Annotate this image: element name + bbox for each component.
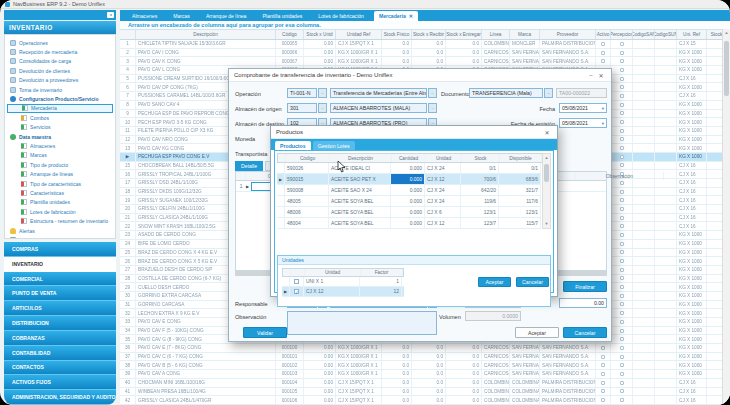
percepcion-checkbox[interactable] [620,311,624,315]
sidebar-item[interactable]: Arranque de líneas [7,169,113,178]
table-row[interactable]: 40CHOCMAN MINI 16BL/100/16G0001040.00CJ … [120,379,722,388]
cantidad-cell[interactable]: 0.000 [391,207,425,217]
percepcion-checkbox[interactable] [620,163,624,167]
percepcion-checkbox[interactable] [620,207,624,211]
percepcion-checkbox[interactable] [620,294,624,298]
unidad-row[interactable]: UNI X 11 [282,277,404,287]
activo-checkbox[interactable] [601,59,605,63]
detail-column-header[interactable]: Observación [576,172,664,180]
almacen-origen-name-lookup-button[interactable]: .. [428,103,437,113]
menu-item[interactable]: Lotes de fabricación [310,13,372,19]
activo-checkbox[interactable] [601,389,605,393]
operacion-name-combo[interactable]: Transferencia de Mercaderías (Entre Alma… [330,88,427,98]
observacion-textarea[interactable] [287,311,437,335]
sidebar-item[interactable]: Características [7,188,113,197]
products-column-header[interactable]: Unidad [426,154,462,162]
grid-column-header[interactable]: Descripción [136,30,276,39]
percepcion-checkbox[interactable] [620,190,624,194]
module-button[interactable]: COMERCIAL [4,272,116,287]
product-row[interactable]: 48004ACEITE SOYA BEL0.000CJ X 12123/7115… [277,218,541,229]
module-button[interactable]: ADMINISTRACION, SEGURIDAD Y AUDITORIA [4,390,116,405]
percepcion-checkbox[interactable] [620,320,624,324]
percepcion-checkbox[interactable] [620,198,624,202]
sidebar-item[interactable]: Data maestra [7,132,113,141]
operacion-code-input[interactable]: TI-001-N [287,88,317,98]
activo-checkbox[interactable] [601,346,605,350]
almacen-origen-lookup-button[interactable]: .. [318,103,327,113]
scroll-down-icon[interactable]: ▼ [543,220,550,228]
module-button[interactable]: ACTIVOS FIJOS [4,375,116,390]
sidebar-item[interactable]: Alertas [7,226,113,235]
percepcion-checkbox[interactable] [620,181,624,185]
percepcion-checkbox[interactable] [620,129,624,133]
percepcion-checkbox[interactable] [620,77,624,81]
sidebar-item[interactable]: Tipo de producto [7,160,113,169]
unidad-checkbox[interactable] [294,279,299,284]
sidebar-item[interactable]: Reportes [7,235,113,239]
percepcion-checkbox[interactable] [620,268,624,272]
cantidad-cell[interactable]: 0.000 [391,174,425,184]
sidebar-item[interactable]: Almacenes [7,141,113,150]
percepcion-checkbox[interactable] [620,111,624,115]
sidebar-item[interactable]: Lotes de fabricación [7,207,113,216]
grid-column-header[interactable]: CodigoSUN [655,30,677,39]
percepcion-checkbox[interactable] [620,68,624,72]
scroll-thumb[interactable] [544,164,549,182]
cancelar-button[interactable]: Cancelar [563,327,607,338]
activo-checkbox[interactable] [601,51,605,55]
sidebar-item[interactable]: Devolución a proveedores [7,76,113,85]
grid-column-header[interactable]: Stock x Unid [304,30,336,39]
table-row[interactable]: 2PAVO CAV I CONG0000660.00KG X 1000/GR X… [120,49,722,58]
percepcion-checkbox[interactable] [620,224,624,228]
validar-button[interactable]: Validar [243,327,287,338]
table-row[interactable]: 39PAVO CAV A CONG0001030.00KG X 1000/GR … [120,370,722,379]
percepcion-checkbox[interactable] [620,250,624,254]
documento-combo[interactable]: TRANSFERENCIA (Mala) [469,88,543,98]
fecha-emision-picker[interactable]: 05/08/2021 ▾ [559,118,607,128]
percepcion-checkbox[interactable] [620,346,624,350]
percepcion-checkbox[interactable] [620,42,624,46]
tab-productos[interactable]: Productos [275,141,311,150]
unidad-checkbox[interactable]: ✓ [294,289,299,294]
cantidad-cell[interactable]: 0.000 [391,196,425,206]
scroll-thumb[interactable] [724,41,729,96]
grid-column-header[interactable]: CodigoSAN [633,30,655,39]
sidebar-item[interactable]: Recepción de mercadería [7,47,113,56]
menu-item[interactable]: Almacenes [124,13,165,19]
percepcion-checkbox[interactable] [620,389,624,393]
grid-column-header[interactable] [120,30,136,39]
percepcion-checkbox[interactable] [620,85,624,89]
detail-column-header[interactable] [236,172,246,180]
table-row[interactable]: 3PAVO CAV K CONG0000670.00KG X 1000/GR X… [120,57,722,66]
percepcion-checkbox[interactable] [620,51,624,55]
minimize-icon[interactable]: – [586,72,596,78]
aceptar-button[interactable]: Aceptar [515,327,559,338]
tab-detalle[interactable]: Detalle [235,161,263,171]
module-button[interactable]: CONTACTOS [4,361,116,376]
percepcion-checkbox[interactable] [620,242,624,246]
module-button[interactable]: ARTICULOS [4,301,116,316]
grid-column-header[interactable]: Percepcion [611,30,633,39]
sidebar-item[interactable]: Estructura - resumen de inventario [7,216,113,225]
products-column-header[interactable]: Cantidad [392,154,426,162]
products-column-header[interactable]: Código [286,154,330,162]
close-icon[interactable]: ✕ [596,72,606,79]
percepcion-checkbox[interactable] [620,137,624,141]
aceptar-button[interactable]: Aceptar [478,277,511,287]
percepcion-checkbox[interactable] [620,259,624,263]
product-row[interactable]: 48006ACEITE SOYA BEL0.000CJ X 6123/1123/… [277,207,541,218]
sidebar-item[interactable]: Configuracion Producto/Servicio [7,94,113,103]
module-button[interactable]: DISTRIBUCION [4,316,116,331]
operacion-lookup-button[interactable]: .. [318,88,327,98]
percepcion-checkbox[interactable] [620,285,624,289]
grid-column-header[interactable]: Marca [510,30,540,39]
cantidad-cell[interactable]: 0.000 [391,163,425,173]
products-column-header[interactable]: Disponible [500,154,542,162]
grid-column-header[interactable]: Stock Físico [382,30,412,39]
percepcion-checkbox[interactable] [620,372,624,376]
percepcion-checkbox[interactable] [620,103,624,107]
grid-column-header[interactable]: Código [276,30,304,39]
cantidad-cell[interactable]: 0.000 [391,218,425,228]
menu-item[interactable]: Marcas [165,13,198,19]
activo-checkbox[interactable] [601,355,605,359]
